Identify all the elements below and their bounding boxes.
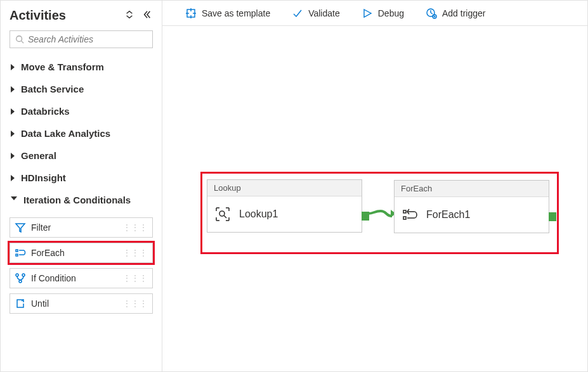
svg-line-1 — [22, 41, 24, 44]
category-general[interactable]: General — [7, 144, 155, 167]
svg-point-20 — [219, 211, 225, 216]
svg-rect-3 — [16, 250, 18, 252]
activity-item-until[interactable]: Until ⋮⋮⋮ — [10, 293, 153, 314]
svg-rect-24 — [403, 217, 406, 219]
svg-marker-13 — [364, 10, 371, 17]
check-icon — [292, 8, 303, 19]
filter-icon — [15, 222, 26, 233]
search-input[interactable] — [28, 34, 147, 44]
sidebar-title: Activities — [10, 8, 66, 23]
svg-point-0 — [16, 36, 22, 42]
save-template-icon — [185, 8, 197, 19]
activities-sidebar: Activities Move & Transform Batch Servic… — [1, 1, 162, 371]
collapse-panel-icon[interactable] — [143, 10, 152, 21]
branch-icon — [15, 273, 26, 284]
activity-item-if-condition[interactable]: If Condition ⋮⋮⋮ — [10, 268, 153, 288]
collapse-expand-icon[interactable] — [125, 10, 134, 21]
lookup-icon — [214, 205, 232, 223]
activity-item-filter[interactable]: Filter ⋮⋮⋮ — [10, 217, 153, 238]
category-batch-service[interactable]: Batch Service — [7, 78, 155, 100]
category-move-transform[interactable]: Move & Transform — [7, 56, 155, 78]
add-trigger-button[interactable]: Add trigger — [426, 8, 485, 19]
pipeline-canvas[interactable]: Lookup Lookup1 ForEach ForE — [162, 26, 587, 371]
validate-button[interactable]: Validate — [292, 8, 340, 19]
canvas-node-foreach[interactable]: ForEach ForEach1 — [394, 180, 549, 233]
svg-point-7 — [19, 280, 22, 283]
foreach-icon — [401, 206, 419, 224]
category-iteration-conditionals[interactable]: Iteration & Conditionals — [7, 189, 155, 211]
until-icon — [15, 298, 26, 309]
search-activities-box[interactable] — [10, 30, 153, 48]
trigger-icon — [426, 8, 437, 19]
save-as-template-button[interactable]: Save as template — [185, 8, 270, 19]
node-header: Lookup — [207, 180, 362, 196]
category-data-lake-analytics[interactable]: Data Lake Analytics — [7, 122, 155, 144]
connector-arrow — [368, 208, 396, 219]
category-databricks[interactable]: Databricks — [7, 100, 155, 122]
node-name: ForEach1 — [426, 209, 470, 221]
play-icon — [362, 8, 373, 19]
foreach-icon — [15, 247, 26, 259]
canvas-node-lookup[interactable]: Lookup Lookup1 — [207, 179, 362, 233]
drag-handle-icon: ⋮⋮⋮ — [123, 299, 148, 308]
output-port[interactable] — [549, 212, 556, 221]
svg-rect-4 — [16, 254, 18, 256]
svg-marker-2 — [16, 224, 25, 232]
debug-button[interactable]: Debug — [362, 8, 404, 19]
svg-rect-23 — [403, 210, 406, 213]
activity-item-foreach[interactable]: ForEach ⋮⋮⋮ — [10, 243, 153, 263]
node-name: Lookup1 — [239, 208, 278, 220]
toolbar: Save as template Validate Debug Add trig… — [162, 1, 587, 26]
svg-point-6 — [22, 274, 25, 276]
drag-handle-icon: ⋮⋮⋮ — [123, 223, 148, 232]
svg-point-5 — [16, 274, 18, 276]
category-hdinsight[interactable]: HDInsight — [7, 167, 155, 189]
drag-handle-icon: ⋮⋮⋮ — [123, 274, 148, 283]
svg-line-21 — [224, 215, 226, 218]
node-header: ForEach — [395, 181, 549, 197]
drag-handle-icon: ⋮⋮⋮ — [123, 248, 148, 257]
svg-line-16 — [431, 13, 433, 14]
search-icon — [15, 35, 24, 44]
